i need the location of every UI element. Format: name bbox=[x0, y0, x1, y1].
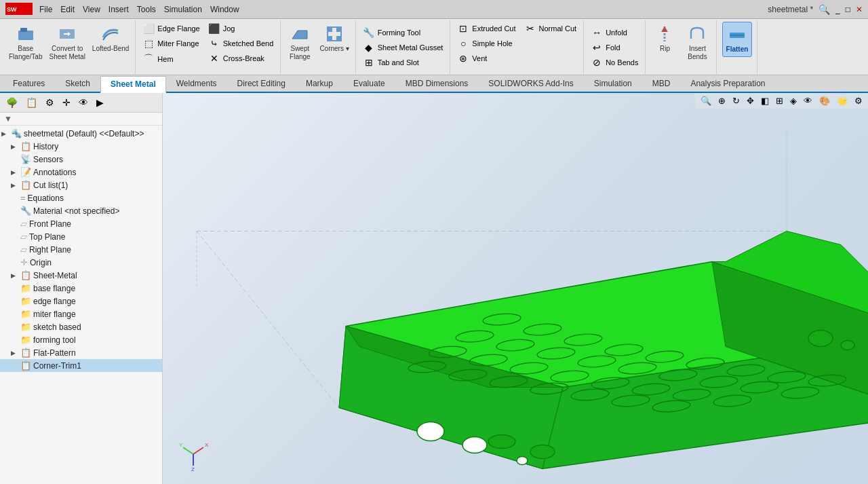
corners-button[interactable]: Corners ▾ bbox=[317, 22, 351, 56]
annotations-expander[interactable]: ▶ bbox=[11, 169, 20, 176]
top-bar: SW File Edit View Insert Tools Simulatio… bbox=[0, 0, 868, 19]
svg-point-67 bbox=[488, 435, 515, 449]
gusset-label: Sheet Metal Gusset bbox=[378, 43, 443, 52]
convert-to-sheet-metal-button[interactable]: Convert toSheet Metal bbox=[47, 22, 87, 64]
tree-item-edge-flange[interactable]: ▶ 📁 edge flange bbox=[0, 295, 162, 308]
sheet-metal-gusset-button[interactable]: ◆ Sheet Metal Gusset bbox=[360, 41, 446, 54]
unfold-button[interactable]: ↔ Unfold bbox=[588, 26, 641, 39]
sheet-metal-expander[interactable]: ▶ bbox=[11, 272, 20, 279]
filter-bar: ▼ bbox=[0, 113, 162, 126]
no-bends-button[interactable]: ⊘ No Bends bbox=[588, 56, 641, 69]
menu-insert[interactable]: Insert bbox=[108, 5, 129, 14]
minimize-icon[interactable]: _ bbox=[835, 5, 840, 14]
right-plane-label: Right Plane bbox=[29, 245, 71, 255]
flatten-button[interactable]: Flatten bbox=[722, 22, 752, 57]
tab-markup[interactable]: Markup bbox=[296, 75, 343, 92]
menu-tools[interactable]: Tools bbox=[137, 5, 156, 14]
menu-simulation[interactable]: Simulation bbox=[164, 5, 202, 14]
sketched-bend-button[interactable]: ⤷ Sketched Bend bbox=[205, 37, 277, 50]
flat-pattern-expander[interactable]: ▶ bbox=[11, 350, 20, 356]
filter-icon: ▼ bbox=[4, 114, 12, 124]
tab-sheet-metal[interactable]: Sheet Metal bbox=[100, 76, 166, 93]
tab-features[interactable]: Features bbox=[3, 75, 55, 92]
swept-flange-icon bbox=[290, 24, 309, 43]
tab-simulation[interactable]: Simulation bbox=[584, 75, 642, 92]
tree-item-corner-trim1[interactable]: ▶ 📋 Corner-Trim1 bbox=[0, 359, 162, 372]
sensors-label: Sensors bbox=[33, 155, 63, 164]
close-icon[interactable]: ✕ bbox=[856, 5, 863, 14]
fold-small-group: ↔ Unfold ↩ Fold ⊘ No Bends bbox=[588, 26, 641, 69]
dim-expert-btn[interactable]: ✛ bbox=[59, 95, 74, 110]
tab-sketch[interactable]: Sketch bbox=[55, 75, 100, 92]
maximize-icon[interactable]: □ bbox=[846, 5, 850, 14]
tab-solidworks-addins[interactable]: SOLIDWORKS Add-Ins bbox=[478, 75, 583, 92]
tab-mbd-dimensions[interactable]: MBD Dimensions bbox=[395, 75, 479, 92]
extruded-cut-icon: ⊡ bbox=[457, 23, 469, 34]
history-expander[interactable]: ▶ bbox=[11, 143, 20, 150]
tree-item-sheet-metal[interactable]: ▶ 📋 Sheet-Metal bbox=[0, 269, 162, 282]
tree-item-origin[interactable]: ▶ ✛ Origin bbox=[0, 256, 162, 269]
display-pane-btn[interactable]: 👁 bbox=[75, 95, 92, 110]
tab-mbd[interactable]: MBD bbox=[642, 75, 681, 92]
cross-break-button[interactable]: ✕ Cross-Break bbox=[205, 52, 277, 65]
sheet-metal-label: Sheet-Metal bbox=[33, 271, 77, 280]
tree-item-equations[interactable]: ▶ = Equations bbox=[0, 191, 162, 204]
forming-tool-button[interactable]: 🔧 Forming Tool bbox=[360, 26, 446, 39]
tree-item-sensors[interactable]: ▶ 📡 Sensors bbox=[0, 153, 162, 166]
feature-tree-btn[interactable]: 🌳 bbox=[3, 95, 21, 110]
insert-bends-button[interactable]: InsertBends bbox=[682, 22, 712, 64]
expand-tree-btn[interactable]: ▶ bbox=[93, 95, 107, 110]
lofted-bend-label: Lofted-Bend bbox=[92, 45, 130, 53]
cut-list-expander[interactable]: ▶ bbox=[11, 182, 20, 189]
tree-item-miter-flange[interactable]: ▶ 📁 miter flange bbox=[0, 308, 162, 320]
lofted-bend-button[interactable]: Lofted-Bend bbox=[90, 22, 132, 56]
tree-item-front-plane[interactable]: ▶ ▱ Front Plane bbox=[0, 217, 162, 230]
tree-item-forming-tool[interactable]: ▶ 📁 forming tool bbox=[0, 333, 162, 346]
root-expander[interactable]: ▶ bbox=[1, 130, 11, 137]
fold-button[interactable]: ↩ Fold bbox=[588, 41, 641, 54]
search-icon[interactable]: 🔍 bbox=[818, 4, 830, 15]
menu-edit[interactable]: Edit bbox=[60, 5, 75, 14]
rip-button[interactable]: Rip bbox=[650, 22, 679, 56]
tree-item-sketch-based[interactable]: ▶ 📁 sketch based bbox=[0, 320, 162, 333]
cross-break-label: Cross-Break bbox=[223, 54, 264, 62]
property-manager-btn[interactable]: 📋 bbox=[22, 95, 41, 110]
3d-viewport[interactable]: 🔍 ⊕ ↻ ✥ ◧ ⊞ ◈ 👁 🎨 🌟 ⚙ bbox=[163, 93, 868, 484]
vent-label: Vent bbox=[472, 54, 487, 62]
edge-flange-button[interactable]: ⬜ Edge Flange bbox=[140, 22, 202, 35]
vent-button[interactable]: ⊛ Vent bbox=[454, 52, 518, 65]
no-bends-icon: ⊘ bbox=[591, 57, 603, 68]
svg-rect-9 bbox=[336, 36, 341, 41]
tree-item-base-flange[interactable]: ▶ 📁 base flange bbox=[0, 282, 162, 295]
tree-item-history[interactable]: ▶ 📋 History bbox=[0, 140, 162, 153]
tree-item-top-plane[interactable]: ▶ ▱ Top Plane bbox=[0, 230, 162, 243]
swept-flange-button[interactable]: SweptFlange bbox=[285, 22, 315, 64]
svg-line-70 bbox=[193, 447, 203, 454]
menu-window[interactable]: Window bbox=[210, 5, 239, 14]
tab-and-slot-button[interactable]: ⊞ Tab and Slot bbox=[360, 56, 446, 69]
hem-button[interactable]: ⌒ Hem bbox=[140, 52, 202, 67]
tree-root-item[interactable]: ▶ 🔩 sheetmetal (Default) <<Default>> bbox=[0, 127, 162, 140]
tab-analysis-preparation[interactable]: Analysis Preparation bbox=[680, 75, 775, 92]
tree-item-right-plane[interactable]: ▶ ▱ Right Plane bbox=[0, 243, 162, 256]
simple-hole-button[interactable]: ○ Simple Hole bbox=[454, 37, 518, 50]
material-label: Material <not specified> bbox=[33, 206, 119, 216]
extruded-cut-button[interactable]: ⊡ Extruded Cut bbox=[454, 22, 518, 35]
miter-flange-button[interactable]: ⬚ Miter Flange bbox=[140, 37, 202, 50]
ribbon-group-flanges: ⬜ Edge Flange ⬚ Miter Flange ⌒ Hem ⬛ Jog bbox=[136, 20, 281, 75]
tab-evaluate[interactable]: Evaluate bbox=[343, 75, 395, 92]
tab-weldments[interactable]: Weldments bbox=[166, 75, 227, 92]
config-manager-btn[interactable]: ⚙ bbox=[42, 95, 58, 110]
tree-item-cut-list[interactable]: ▶ 📋 Cut list(1) bbox=[0, 179, 162, 191]
sidebar-toolbar: 🌳 📋 ⚙ ✛ 👁 ▶ bbox=[0, 93, 162, 113]
tree-item-flat-pattern[interactable]: ▶ 📋 Flat-Pattern bbox=[0, 346, 162, 359]
jog-button[interactable]: ⬛ Jog bbox=[205, 22, 277, 35]
tree-item-annotations[interactable]: ▶ 📝 Annotations bbox=[0, 166, 162, 179]
tab-direct-editing[interactable]: Direct Editing bbox=[227, 75, 296, 92]
normal-cut-button[interactable]: ✂ Normal Cut bbox=[521, 22, 580, 35]
menu-view[interactable]: View bbox=[83, 5, 100, 14]
menu-file[interactable]: File bbox=[39, 5, 52, 14]
cut-list-label: Cut list(1) bbox=[33, 181, 68, 190]
tree-item-material[interactable]: ▶ 🔧 Material <not specified> bbox=[0, 204, 162, 217]
base-flange-tab-button[interactable]: BaseFlange/Tab bbox=[7, 22, 44, 64]
